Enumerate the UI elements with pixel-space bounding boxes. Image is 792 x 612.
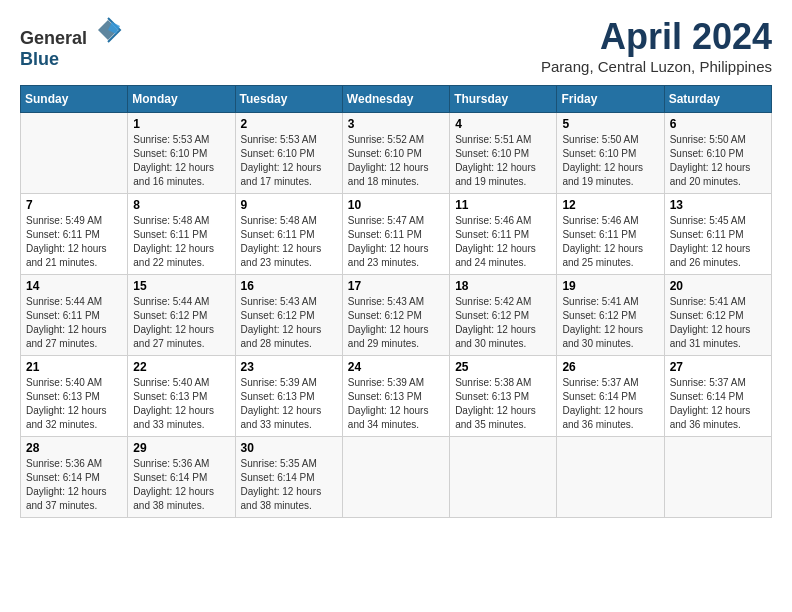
logo-general: General [20,28,87,48]
calendar-cell: 17Sunrise: 5:43 AM Sunset: 6:12 PM Dayli… [342,275,449,356]
day-number: 18 [455,279,551,293]
day-info: Sunrise: 5:48 AM Sunset: 6:11 PM Dayligh… [133,214,229,270]
calendar-cell: 6Sunrise: 5:50 AM Sunset: 6:10 PM Daylig… [664,113,771,194]
day-number: 17 [348,279,444,293]
day-number: 27 [670,360,766,374]
calendar-cell: 24Sunrise: 5:39 AM Sunset: 6:13 PM Dayli… [342,356,449,437]
location-title: Parang, Central Luzon, Philippines [541,58,772,75]
day-number: 1 [133,117,229,131]
calendar-week-5: 28Sunrise: 5:36 AM Sunset: 6:14 PM Dayli… [21,437,772,518]
day-number: 13 [670,198,766,212]
calendar-cell: 1Sunrise: 5:53 AM Sunset: 6:10 PM Daylig… [128,113,235,194]
day-info: Sunrise: 5:46 AM Sunset: 6:11 PM Dayligh… [455,214,551,270]
calendar-week-2: 7Sunrise: 5:49 AM Sunset: 6:11 PM Daylig… [21,194,772,275]
calendar-table: SundayMondayTuesdayWednesdayThursdayFrid… [20,85,772,518]
calendar-cell: 27Sunrise: 5:37 AM Sunset: 6:14 PM Dayli… [664,356,771,437]
calendar-cell: 13Sunrise: 5:45 AM Sunset: 6:11 PM Dayli… [664,194,771,275]
day-info: Sunrise: 5:39 AM Sunset: 6:13 PM Dayligh… [348,376,444,432]
day-info: Sunrise: 5:40 AM Sunset: 6:13 PM Dayligh… [26,376,122,432]
day-number: 28 [26,441,122,455]
day-info: Sunrise: 5:38 AM Sunset: 6:13 PM Dayligh… [455,376,551,432]
day-number: 29 [133,441,229,455]
calendar-cell: 28Sunrise: 5:36 AM Sunset: 6:14 PM Dayli… [21,437,128,518]
calendar-cell [21,113,128,194]
day-number: 5 [562,117,658,131]
calendar-cell: 15Sunrise: 5:44 AM Sunset: 6:12 PM Dayli… [128,275,235,356]
day-number: 14 [26,279,122,293]
calendar-header-thursday: Thursday [450,86,557,113]
day-info: Sunrise: 5:44 AM Sunset: 6:12 PM Dayligh… [133,295,229,351]
day-info: Sunrise: 5:51 AM Sunset: 6:10 PM Dayligh… [455,133,551,189]
day-info: Sunrise: 5:44 AM Sunset: 6:11 PM Dayligh… [26,295,122,351]
calendar-header-wednesday: Wednesday [342,86,449,113]
day-number: 11 [455,198,551,212]
calendar-cell: 25Sunrise: 5:38 AM Sunset: 6:13 PM Dayli… [450,356,557,437]
calendar-cell: 21Sunrise: 5:40 AM Sunset: 6:13 PM Dayli… [21,356,128,437]
header: General Blue April 2024 Parang, Central … [20,16,772,75]
calendar-cell: 20Sunrise: 5:41 AM Sunset: 6:12 PM Dayli… [664,275,771,356]
calendar-cell: 14Sunrise: 5:44 AM Sunset: 6:11 PM Dayli… [21,275,128,356]
day-info: Sunrise: 5:41 AM Sunset: 6:12 PM Dayligh… [562,295,658,351]
day-number: 26 [562,360,658,374]
day-number: 19 [562,279,658,293]
day-number: 12 [562,198,658,212]
day-info: Sunrise: 5:53 AM Sunset: 6:10 PM Dayligh… [133,133,229,189]
calendar-header-friday: Friday [557,86,664,113]
day-number: 15 [133,279,229,293]
calendar-cell: 11Sunrise: 5:46 AM Sunset: 6:11 PM Dayli… [450,194,557,275]
day-number: 23 [241,360,337,374]
day-number: 20 [670,279,766,293]
day-info: Sunrise: 5:53 AM Sunset: 6:10 PM Dayligh… [241,133,337,189]
day-info: Sunrise: 5:49 AM Sunset: 6:11 PM Dayligh… [26,214,122,270]
day-info: Sunrise: 5:48 AM Sunset: 6:11 PM Dayligh… [241,214,337,270]
calendar-cell: 23Sunrise: 5:39 AM Sunset: 6:13 PM Dayli… [235,356,342,437]
day-info: Sunrise: 5:52 AM Sunset: 6:10 PM Dayligh… [348,133,444,189]
day-info: Sunrise: 5:35 AM Sunset: 6:14 PM Dayligh… [241,457,337,513]
calendar-cell: 29Sunrise: 5:36 AM Sunset: 6:14 PM Dayli… [128,437,235,518]
day-info: Sunrise: 5:47 AM Sunset: 6:11 PM Dayligh… [348,214,444,270]
day-number: 2 [241,117,337,131]
day-info: Sunrise: 5:40 AM Sunset: 6:13 PM Dayligh… [133,376,229,432]
day-info: Sunrise: 5:42 AM Sunset: 6:12 PM Dayligh… [455,295,551,351]
day-number: 3 [348,117,444,131]
calendar-cell: 7Sunrise: 5:49 AM Sunset: 6:11 PM Daylig… [21,194,128,275]
calendar-header-tuesday: Tuesday [235,86,342,113]
day-number: 24 [348,360,444,374]
logo-icon [94,16,122,44]
day-info: Sunrise: 5:36 AM Sunset: 6:14 PM Dayligh… [133,457,229,513]
calendar-cell: 26Sunrise: 5:37 AM Sunset: 6:14 PM Dayli… [557,356,664,437]
day-number: 8 [133,198,229,212]
calendar-header-row: SundayMondayTuesdayWednesdayThursdayFrid… [21,86,772,113]
month-title: April 2024 [541,16,772,58]
day-info: Sunrise: 5:45 AM Sunset: 6:11 PM Dayligh… [670,214,766,270]
calendar-cell: 5Sunrise: 5:50 AM Sunset: 6:10 PM Daylig… [557,113,664,194]
calendar-cell: 19Sunrise: 5:41 AM Sunset: 6:12 PM Dayli… [557,275,664,356]
calendar-week-3: 14Sunrise: 5:44 AM Sunset: 6:11 PM Dayli… [21,275,772,356]
day-number: 10 [348,198,444,212]
calendar-week-1: 1Sunrise: 5:53 AM Sunset: 6:10 PM Daylig… [21,113,772,194]
day-info: Sunrise: 5:50 AM Sunset: 6:10 PM Dayligh… [562,133,658,189]
title-area: April 2024 Parang, Central Luzon, Philip… [541,16,772,75]
day-info: Sunrise: 5:37 AM Sunset: 6:14 PM Dayligh… [562,376,658,432]
day-info: Sunrise: 5:43 AM Sunset: 6:12 PM Dayligh… [241,295,337,351]
logo: General Blue [20,16,122,70]
day-info: Sunrise: 5:46 AM Sunset: 6:11 PM Dayligh… [562,214,658,270]
calendar-cell: 30Sunrise: 5:35 AM Sunset: 6:14 PM Dayli… [235,437,342,518]
calendar-cell: 3Sunrise: 5:52 AM Sunset: 6:10 PM Daylig… [342,113,449,194]
day-number: 4 [455,117,551,131]
calendar-cell: 8Sunrise: 5:48 AM Sunset: 6:11 PM Daylig… [128,194,235,275]
calendar-cell: 22Sunrise: 5:40 AM Sunset: 6:13 PM Dayli… [128,356,235,437]
day-info: Sunrise: 5:39 AM Sunset: 6:13 PM Dayligh… [241,376,337,432]
calendar-header-sunday: Sunday [21,86,128,113]
day-number: 30 [241,441,337,455]
calendar-header-saturday: Saturday [664,86,771,113]
day-number: 21 [26,360,122,374]
calendar-cell: 18Sunrise: 5:42 AM Sunset: 6:12 PM Dayli… [450,275,557,356]
day-number: 22 [133,360,229,374]
calendar-cell [342,437,449,518]
day-info: Sunrise: 5:37 AM Sunset: 6:14 PM Dayligh… [670,376,766,432]
logo-text: General Blue [20,16,122,70]
day-info: Sunrise: 5:36 AM Sunset: 6:14 PM Dayligh… [26,457,122,513]
day-info: Sunrise: 5:50 AM Sunset: 6:10 PM Dayligh… [670,133,766,189]
day-number: 16 [241,279,337,293]
